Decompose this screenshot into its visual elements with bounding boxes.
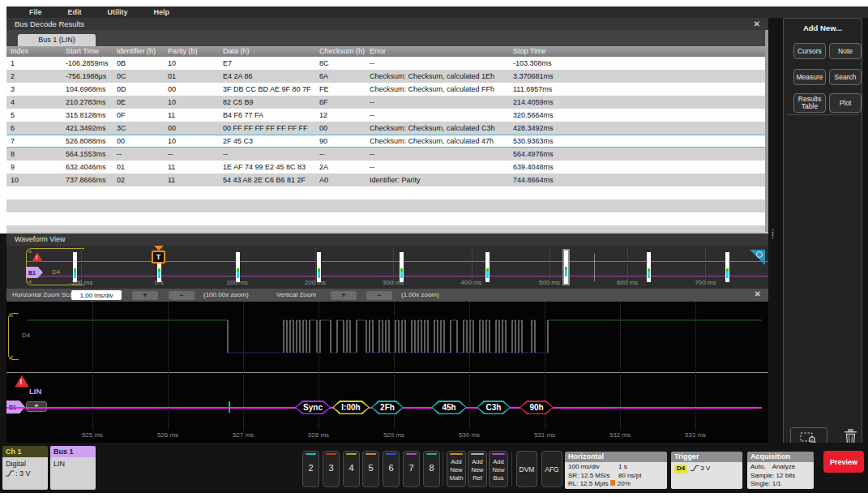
cell: 0E — [113, 96, 164, 109]
cell: -- — [219, 148, 315, 161]
grip-icon[interactable]: ≡ — [10, 313, 13, 319]
channel-5-button[interactable]: 5 — [362, 451, 379, 487]
sidebar-button-note[interactable]: Note — [829, 43, 862, 59]
add-new-bus-button[interactable]: AddNewBus — [489, 451, 508, 487]
table-row-empty — [6, 225, 765, 232]
zoomed-waveform-area: ≡ ≡ D4 ! LIN B1 + 525 ms526 ms527 ms528 … — [6, 302, 768, 443]
cell: Checksum: Checksum, calculated 1Eh — [366, 70, 509, 83]
cell: 1 — [6, 57, 62, 70]
v-zoom-minus-button[interactable]: − — [366, 291, 392, 300]
table-row[interactable]: 4210.2783ms0E1082 C5 B96F--214.4059ms — [6, 96, 765, 109]
divider — [443, 452, 443, 486]
ch1-badge[interactable]: Ch 1 Digital : 3 V — [2, 446, 48, 490]
horizontal-panel[interactable]: Horizontal 100 ms/div1 s SR: 12.5 MS/s80… — [565, 452, 667, 489]
cell: E4 2A 86 — [219, 70, 315, 83]
trigger-panel[interactable]: Trigger D4 3 V — [671, 452, 742, 489]
close-icon[interactable]: ✕ — [754, 19, 760, 28]
cell: 3F DB CC BD AE 9F 80 7F — [219, 83, 315, 96]
add-button-line: Bus — [490, 474, 507, 482]
cell: 00 — [315, 122, 366, 135]
cell: 210.2783ms — [62, 96, 113, 109]
channel-color-bar — [406, 453, 417, 455]
tab-bus1-lin[interactable]: Bus 1 (LIN) — [18, 34, 96, 46]
table-row[interactable]: 7526.8088ms00102F 45 C390Checksum: Check… — [6, 135, 765, 148]
zoom-gridline — [620, 302, 621, 430]
waveform-view-title: Waveform View — [6, 234, 768, 246]
cell: Identifier: Parity — [366, 174, 509, 186]
channel-label: 5 — [363, 463, 378, 473]
table-row[interactable]: 10737.8666ms021154 43 A8 2E C6 B6 81 2FA… — [6, 174, 765, 186]
cell: 421.3492ms — [62, 122, 113, 135]
overview-zoom-icon[interactable] — [750, 250, 765, 265]
cell: -- — [315, 148, 366, 161]
menu-utility[interactable]: Utility — [95, 6, 141, 18]
add-button-line: Add — [490, 458, 507, 465]
cell: 00 FF FF FF FF FF FF FF — [219, 122, 315, 135]
table-scrollbar[interactable] — [765, 30, 768, 232]
cell: Checksum: Checksum, calculated FFh — [366, 83, 509, 96]
grip-icon[interactable]: ≡ — [28, 279, 32, 285]
sidebar-button-cursors[interactable]: Cursors — [793, 43, 826, 59]
trigger-source-badge: D4 — [674, 465, 687, 473]
sidebar-button-measure[interactable]: Measure — [793, 69, 826, 85]
menu-file[interactable]: File — [16, 6, 55, 18]
trigger-marker[interactable]: T — [152, 251, 165, 263]
preview-button[interactable]: Preview — [823, 451, 864, 473]
channel-8-button[interactable]: 8 — [423, 451, 440, 487]
add-new-math-button[interactable]: AddNewMath — [447, 451, 466, 487]
table-row[interactable]: 1-106.2859ms0B10E78C---103.308ms — [6, 57, 765, 70]
channel-3-button[interactable]: 3 — [323, 451, 340, 487]
table-row[interactable]: 3104.6968ms0D003F DB CC BD AE 9F 80 7FFE… — [6, 83, 765, 96]
frame-activity-bar — [400, 252, 404, 282]
afg-button[interactable]: AFG — [541, 451, 562, 487]
channel-7-button[interactable]: 7 — [403, 451, 420, 487]
add-new-ref-button[interactable]: AddNewRef — [468, 451, 487, 487]
zoom-time-label: 532 ms — [609, 431, 631, 439]
column-header: Stop Time — [509, 46, 765, 57]
sidebar-button-plot[interactable]: Plot — [829, 93, 862, 113]
panel-splitter-handle[interactable]: ⋮⋮ — [769, 230, 772, 245]
frame-activity-bar — [73, 252, 77, 282]
trigger-triangle-icon — [154, 246, 164, 251]
h-zoom-minus-button[interactable]: − — [169, 291, 195, 300]
cell: -106.2859ms — [62, 57, 113, 70]
h-zoom-factor: (100.00x zoom) — [203, 289, 249, 302]
table-row[interactable]: 5315.8128ms0F11B4 F6 77 FA12--320.5664ms — [6, 109, 765, 122]
overview-bus-trace — [26, 276, 768, 276]
channel-2-button[interactable]: 2 — [302, 451, 319, 487]
cell: 2A — [315, 161, 366, 174]
acquisition-panel[interactable]: Acquisition Auto,Analyze Sample: 12 bits… — [747, 452, 814, 489]
dvm-button[interactable]: DVM — [516, 451, 537, 487]
cell: 00 — [164, 122, 219, 135]
menu-bar: FileEditUtilityHelp — [6, 6, 868, 18]
v-zoom-plus-button[interactable]: + — [331, 291, 357, 300]
channel-4-button[interactable]: 4 — [343, 451, 360, 487]
cell: 2F 45 C3 — [219, 135, 315, 148]
grip-icon[interactable]: ≡ — [10, 354, 13, 360]
table-row[interactable]: 8564.1553ms----------564.4976ms — [6, 148, 765, 161]
h-zoom-plus-button[interactable]: + — [132, 291, 158, 300]
h-zoom-scale-input[interactable] — [71, 290, 122, 300]
table-row[interactable]: 2-756.1988µs0C01E4 2A 866AChecksum: Chec… — [6, 70, 765, 83]
d4-zoom-handle[interactable]: ≡ ≡ — [8, 313, 19, 360]
channel-6-button[interactable]: 6 — [383, 451, 400, 487]
table-row[interactable]: 6421.3492ms3C0000 FF FF FF FF FF FF FF00… — [6, 122, 765, 135]
cell: 737.8666ms — [62, 174, 113, 186]
sidebar-button-search[interactable]: Search — [829, 69, 862, 85]
channel-label: 8 — [424, 463, 439, 473]
add-button-line: New — [490, 466, 507, 473]
column-header: Start Time — [62, 46, 113, 57]
zoom-close-icon[interactable]: ✕ — [755, 289, 761, 298]
decode-bubble-45h: 45h — [431, 401, 467, 414]
cell: 0C — [113, 70, 164, 83]
menu-help[interactable]: Help — [141, 6, 183, 18]
table-row[interactable]: 9632.4046ms01111E AF 74 99 E2 45 8C 832A… — [6, 161, 765, 174]
d4-channel-label: D4 — [22, 332, 30, 339]
cell: 00 — [164, 83, 219, 96]
bus1-badge-bottom[interactable]: Bus 1 LIN — [50, 446, 96, 490]
acquisition-title: Acquisition — [747, 452, 814, 462]
menu-edit[interactable]: Edit — [55, 6, 95, 18]
zoom-window-selector[interactable] — [564, 251, 568, 284]
overview-time-label: 500 ms — [539, 279, 560, 286]
sidebar-button-results-table[interactable]: Results Table — [793, 93, 826, 113]
